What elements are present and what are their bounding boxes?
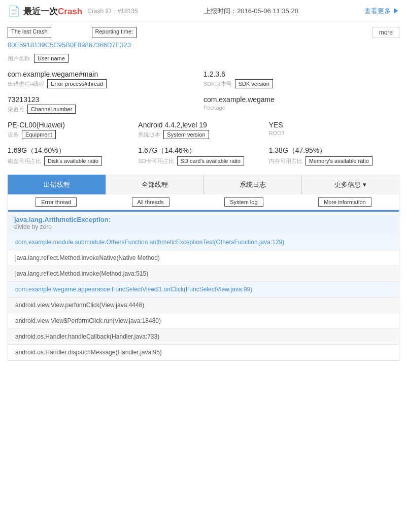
stack-header: java.lang.ArithmeticException: divide by… — [8, 212, 399, 235]
device-col: PE-CL00(Huawei) 设备 Equipment — [8, 121, 138, 139]
user-row: 用户名称 User name — [8, 54, 399, 63]
pid-label: 渠道号 Channel number — [8, 105, 204, 114]
tab-system-log[interactable]: 系统日志 — [204, 175, 301, 194]
info-row-3: PE-CL00(Huawei) 设备 Equipment Android 4.4… — [8, 121, 399, 139]
sdcard-col: 1.67G（14.46%） SD卡可用占比 SD card's availabl… — [138, 146, 268, 165]
disk-label: 磁盘可用占比 Disk's available ratio — [8, 156, 138, 165]
annotation-equipment: Equipment — [22, 130, 56, 139]
sdk-label: SDK版本号 SDK version — [204, 79, 399, 88]
disk-value: 1.69G（14.60%） — [8, 146, 138, 155]
stack-frame: com.example.module.submodule.OthersFunct… — [8, 235, 399, 250]
disk-col: 1.69G（14.60%） 磁盘可用占比 Disk's available ra… — [8, 146, 138, 165]
android-label: 系统版本 System version — [138, 130, 268, 139]
memory-label: 内存可用占比 Memory's available ratio — [269, 156, 399, 165]
root-label: ROOT — [269, 130, 399, 136]
document-icon: 📄 — [8, 5, 20, 17]
stack-frame: android.view.View.performClick(View.java… — [8, 297, 399, 313]
process-value: com.example.wegame#main — [8, 70, 204, 78]
annotation-last-crash: The last Crash — [8, 27, 51, 38]
stack-frame: android.os.Handler.dispatchMessage(Handl… — [8, 345, 399, 360]
annotation-sdcard: SD card's available ratio — [177, 156, 244, 165]
info-section: com.example.wegame#main 出错进程#线程 Error pr… — [8, 70, 399, 165]
sdk-value: 1.2.3.6 — [204, 70, 399, 78]
package-label: Package — [204, 105, 399, 111]
annotation-sysver: System version — [163, 130, 209, 139]
more-button[interactable]: more — [372, 27, 399, 38]
sdk-col: 1.2.3.6 SDK版本号 SDK version — [204, 70, 399, 88]
stack-frame: android.os.Handler.handleCallback(Handle… — [8, 329, 399, 345]
annotation-channel: Channel number — [27, 105, 76, 114]
stack-frame: java.lang.reflect.Method.invoke(Method.j… — [8, 266, 399, 282]
annotation-error-thread: Error thread — [36, 197, 77, 207]
annotation-process: Error process#thread — [47, 79, 107, 88]
annotation-more-info: More information — [318, 197, 371, 207]
annotation-system-log: System log — [224, 197, 263, 207]
annotation-reporting-time: Reporting time: — [92, 27, 137, 38]
annotation-username: User name — [34, 54, 69, 63]
stack-frame: com.example.wegame.appearance.FuncSelect… — [8, 282, 399, 297]
memory-col: 1.38G（47.95%） 内存可用占比 Memory's available … — [269, 146, 399, 165]
sdcard-value: 1.67G（14.46%） — [138, 146, 268, 155]
root-value: YES — [269, 121, 399, 129]
annotation-sdk: SDK version — [235, 79, 273, 88]
view-more-link[interactable]: 查看更多 ▶ — [364, 7, 399, 16]
tabs-annotation-row: Error thread All threads System log More… — [8, 194, 399, 210]
user-label-cn: 用户名称 — [8, 55, 30, 62]
report-time: 上报时间：2016-05-06 11:35:28 — [204, 7, 298, 16]
device-value: PE-CL00(Huawei) — [8, 121, 138, 129]
tab-more-info[interactable]: 更多信息 ▾ — [301, 175, 399, 194]
package-col: com.example.wegame Package — [204, 95, 399, 111]
title-prefix: 最近一次Crash — [23, 6, 82, 17]
sdcard-label: SD卡可用占比 SD card's available ratio — [138, 156, 268, 165]
root-col: YES ROOT — [269, 121, 399, 136]
process-label: 出错进程#线程 Error process#thread — [8, 79, 204, 88]
stack-frame: java.lang.reflect.Method.invokeNative(Na… — [8, 250, 399, 266]
tab-error-thread[interactable]: 出错线程 — [8, 175, 106, 194]
page-wrapper: 📄 最近一次Crash Crash ID：#18135 上报时间：2016-05… — [0, 0, 407, 366]
pid-value: 73213123 — [8, 95, 204, 104]
header: 📄 最近一次Crash Crash ID：#18135 上报时间：2016-05… — [8, 5, 399, 22]
crash-id: Crash ID：#18135 — [87, 7, 138, 16]
stack-area: java.lang.ArithmeticException: divide by… — [8, 210, 399, 361]
pid-col: 73213123 渠道号 Channel number — [8, 95, 204, 114]
stack-exception: java.lang.ArithmeticException: — [14, 216, 393, 223]
tabs-container: 出错线程 全部线程 系统日志 更多信息 ▾ — [8, 175, 399, 194]
memory-value: 1.38G（47.95%） — [269, 146, 399, 155]
android-value: Android 4.4.2,level 19 — [138, 121, 268, 129]
process-col: com.example.wegame#main 出错进程#线程 Error pr… — [8, 70, 204, 88]
android-col: Android 4.4.2,level 19 系统版本 System versi… — [138, 121, 268, 139]
package-value: com.example.wegame — [204, 95, 399, 104]
info-row-1: com.example.wegame#main 出错进程#线程 Error pr… — [8, 70, 399, 88]
tab-all-threads[interactable]: 全部线程 — [106, 175, 204, 194]
header-annotations: The last Crash Reporting time: more — [8, 27, 399, 38]
annotation-disk: Disk's available ratio — [44, 156, 102, 165]
stack-message: divide by zero — [14, 223, 393, 230]
annotation-memory: Memory's available ratio — [306, 156, 372, 165]
annotation-all-threads: All threads — [132, 197, 169, 207]
info-row-4: 1.69G（14.60%） 磁盘可用占比 Disk's available ra… — [8, 146, 399, 165]
device-label: 设备 Equipment — [8, 130, 138, 139]
crash-hash: 00E5918139C5C95B0F89867366D7E323 — [8, 41, 399, 49]
stack-frame: android.view.View$PerformClick.run(View.… — [8, 313, 399, 329]
stack-frames: com.example.module.submodule.OthersFunct… — [8, 235, 399, 360]
info-row-2: 73213123 渠道号 Channel number com.example.… — [8, 95, 399, 114]
